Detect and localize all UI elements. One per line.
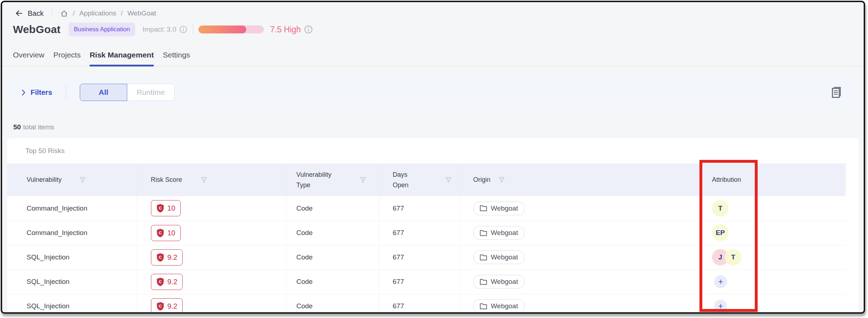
vulnerability-name: SQL_Injection [27,278,69,285]
attribution-cell: + [712,275,846,288]
table-row[interactable]: SQL_Injection C 9.2 Code 677 Webgoat + [7,269,846,294]
segment-runtime-button[interactable]: Runtime [127,84,175,101]
breadcrumb-applications[interactable]: Applications [79,9,116,17]
origin-chip[interactable]: Webgoat [473,275,525,289]
svg-text:C: C [159,255,161,259]
attribution-cell: + [712,300,846,313]
filter-funnel-icon[interactable] [499,177,505,183]
days-open-value: 677 [393,302,404,310]
origin-value: Webgoat [491,278,518,286]
vulnerability-type-value: Code [297,204,313,212]
vulnerability-type-value: Code [297,229,313,236]
back-button[interactable]: Back [15,9,43,18]
home-icon[interactable] [60,10,68,17]
risk-score-value: 9.2 [167,278,178,286]
origin-chip[interactable]: Webgoat [473,299,525,313]
filter-funnel-icon[interactable] [360,177,366,183]
folder-icon [480,254,487,261]
table-row[interactable]: SQL_Injection C 9.2 Code 677 Webgoat JT [7,245,846,269]
back-arrow-icon [15,9,23,18]
col-risk-score: Risk Score [151,176,182,184]
col-attribution: Attribution [712,176,741,184]
attribution-avatar: EP [712,225,729,241]
days-open-value: 677 [393,253,404,261]
scope-segmented-control: All Runtime [80,84,175,101]
tab-overview[interactable]: Overview [13,50,45,66]
filter-funnel-icon[interactable] [445,177,452,183]
risk-score-badge: C 10 [151,200,181,216]
tab-settings[interactable]: Settings [163,50,190,66]
origin-value: Webgoat [491,204,518,212]
origin-value: Webgoat [491,253,518,261]
vulnerability-name: SQL_Injection [27,302,69,310]
risk-score-badge: C 9.2 [151,249,183,266]
severity-shield-icon: C [156,302,164,311]
risk-score-value: 7.5 High [270,25,301,34]
risk-score-badge: C 9.2 [151,274,183,290]
tab-risk-management[interactable]: Risk Management [89,50,154,66]
col-origin: Origin [473,176,491,184]
add-attribution-button[interactable]: + [714,300,727,313]
origin-chip[interactable]: Webgoat [473,250,525,264]
add-attribution-button[interactable]: + [714,275,727,288]
filter-funnel-icon[interactable] [79,177,86,183]
vulnerability-name: Command_Injection [27,229,87,236]
impact-label: Impact: 3.0 [142,26,176,33]
topbar-divider [52,9,52,18]
chevron-right-icon [22,89,26,96]
breadcrumb: / Applications / WebGoat [60,9,156,17]
breadcrumb-webgoat[interactable]: WebGoat [127,9,156,17]
days-open-value: 677 [393,229,404,236]
filter-funnel-icon[interactable] [201,177,207,183]
attribution-cell: T [712,200,846,217]
filters-bar: Filters All Runtime [7,76,859,109]
severity-shield-icon: C [156,277,164,286]
risks-card-title: Top 50 Risks [7,138,859,163]
risk-score-badge: C 9.2 [151,298,183,314]
header-divider [193,24,193,35]
business-application-badge: Business Application [69,23,136,36]
vulnerability-type-value: Code [297,253,313,261]
total-items-summary: 50total items [13,123,864,133]
total-items-label: total items [23,123,54,131]
col-vulnerability-type: Vulnerability Type [297,170,343,190]
origin-chip[interactable]: Webgoat [473,202,525,215]
attribution-cell: EP [712,225,846,241]
page-header: WebGoat Business Application Impact: 3.0… [13,22,864,37]
back-label: Back [28,9,43,18]
app-window: Back / Applications / WebGoat WebGoat Bu… [1,1,865,314]
vulnerability-name: Command_Injection [27,204,87,212]
origin-chip[interactable]: Webgoat [473,226,525,240]
total-items-count: 50 [13,123,21,131]
vulnerability-name: SQL_Injection [27,253,69,261]
attribution-avatar: T [712,200,729,217]
table-row[interactable]: Command_Injection C 10 Code 677 Webgoat … [7,221,846,245]
origin-value: Webgoat [491,229,518,237]
folder-icon [480,205,487,211]
report-icon[interactable] [831,86,842,99]
svg-text:C: C [159,304,161,308]
vulnerability-type-value: Code [297,302,313,310]
col-days-open: Days Open [393,170,414,190]
days-open-value: 677 [393,278,404,285]
risks-card: Top 50 Risks Vulnerability Risk Score Vu… [7,138,859,314]
risk-score-value: 10 [167,204,175,212]
folder-icon [480,303,487,309]
risk-score-value: 9.2 [167,253,178,262]
table-header-row: Vulnerability Risk Score Vulnerability T… [7,163,846,196]
table-row[interactable]: SQL_Injection C 9.2 Code 677 Webgoat + [7,294,846,314]
risk-score-bar-fill [198,26,246,33]
filters-toggle[interactable]: Filters [22,88,52,97]
severity-shield-icon: C [156,229,164,238]
risks-table: Vulnerability Risk Score Vulnerability T… [7,163,846,314]
risk-info-icon[interactable] [304,25,313,34]
impact-info-icon[interactable] [179,26,187,33]
tab-projects[interactable]: Projects [54,50,81,66]
folder-icon [480,230,487,236]
svg-text:C: C [159,206,161,210]
svg-text:C: C [159,279,161,284]
table-row[interactable]: Command_Injection C 10 Code 677 Webgoat … [7,196,846,221]
vulnerability-type-value: Code [297,278,313,285]
segment-all-button[interactable]: All [80,84,127,101]
col-vulnerability: Vulnerability [27,176,61,184]
